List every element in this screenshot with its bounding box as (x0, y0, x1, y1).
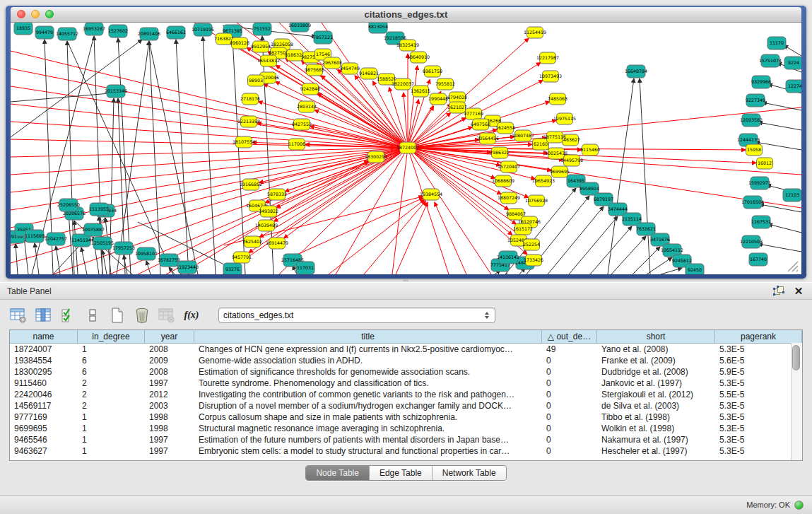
table-cell[interactable]: Changes of HCN gene expression and I(f) … (194, 344, 542, 355)
table-cell[interactable]: Disruption of a novel member of a sodium… (194, 400, 542, 411)
table-cell[interactable]: 2008 (145, 366, 194, 378)
table-cell[interactable]: 49 (542, 344, 597, 355)
column-header-in-degree[interactable]: in_degree (78, 330, 145, 343)
table-cell[interactable]: 1 (78, 411, 145, 423)
network-canvas[interactable]: 1893599447914055712169532871527602208914… (11, 23, 801, 274)
table-cell[interactable]: 1997 (145, 434, 194, 445)
column-header-title[interactable]: title (194, 330, 542, 343)
table-row[interactable]: 2242004622012Investigating the contribut… (10, 389, 802, 400)
table-row[interactable]: 946362711997Embryonic stem cells: a mode… (10, 445, 802, 457)
tab-edge-table[interactable]: Edge Table (370, 466, 433, 480)
table-cell[interactable]: Structural magnetic resonance image aver… (194, 423, 542, 434)
table-cell[interactable]: 0 (542, 423, 597, 434)
minimize-window-button[interactable] (31, 10, 40, 18)
table-row[interactable]: 969969511998Structural magnetic resonanc… (10, 423, 802, 434)
column-header-year[interactable]: year (145, 330, 194, 343)
table-cell[interactable]: 0 (542, 445, 597, 457)
table-cell[interactable]: 6 (78, 355, 145, 366)
table-cell[interactable]: 0 (542, 378, 597, 389)
table-cell[interactable]: 9777169 (10, 411, 78, 423)
tab-node-table[interactable]: Node Table (306, 466, 370, 480)
table-cell[interactable]: 5.3E-5 (715, 411, 802, 423)
table-cell[interactable]: Dudbridge et al. (2008) (597, 366, 715, 378)
table-cell[interactable]: 5.5E-5 (715, 389, 802, 400)
table-cell[interactable]: 18724007 (10, 344, 78, 355)
network-canvas-svg[interactable]: 1893599447914055712169532871527602208914… (11, 23, 801, 274)
column-header-name[interactable]: name (10, 330, 78, 343)
table-cell[interactable]: 9115460 (10, 378, 78, 389)
table-cell[interactable]: Tourette syndrome. Phenomenology and cla… (194, 378, 542, 389)
new-document-icon[interactable] (108, 307, 126, 324)
table-cell[interactable]: 1997 (145, 445, 194, 457)
table-cell[interactable]: 2009 (145, 355, 194, 366)
table-column-icon[interactable] (34, 307, 52, 324)
column-header-short[interactable]: short (597, 330, 715, 343)
table-row[interactable]: 977716911998Corpus callosum shape and si… (10, 411, 802, 423)
function-icon[interactable]: f(x) (182, 307, 201, 324)
table-cell[interactable]: Franke et al. (2009) (597, 355, 715, 366)
table-cell[interactable]: 5.3E-5 (715, 378, 802, 389)
table-scrollbar[interactable] (791, 343, 802, 460)
close-panel-icon[interactable]: ✕ (792, 286, 805, 297)
table-cell[interactable]: 1998 (145, 411, 194, 423)
memory-status-indicator-icon[interactable] (794, 501, 804, 510)
tab-network-table[interactable]: Network Table (433, 466, 506, 480)
table-cell[interactable]: 0 (542, 389, 597, 400)
table-cell[interactable]: 0 (542, 366, 597, 378)
zoom-window-button[interactable] (45, 10, 54, 18)
table-cell[interactable]: Stergiakouli et al. (2012) (597, 389, 715, 400)
table-cell[interactable]: 0 (542, 434, 597, 445)
table-row[interactable]: 1456911722003Disruption of a novel membe… (10, 400, 802, 411)
table-cell[interactable]: 1998 (145, 423, 194, 434)
table-cell[interactable]: 1 (78, 445, 145, 457)
table-cell[interactable]: 0 (542, 400, 597, 411)
table-cell[interactable]: 5.3E-5 (715, 434, 802, 445)
table-cell[interactable]: 2 (78, 378, 145, 389)
table-cell[interactable]: 0 (542, 411, 597, 423)
table-cell[interactable]: Nakamura et al. (1997) (597, 434, 715, 445)
table-cell[interactable]: Embryonic stem cells: a model to study s… (194, 445, 542, 457)
table-cell[interactable]: 5.9E-5 (715, 366, 802, 378)
delete-icon[interactable] (133, 307, 151, 324)
close-window-button[interactable] (17, 10, 25, 18)
table-cell[interactable]: 18300295 (10, 366, 78, 378)
table-cell[interactable]: 2003 (145, 400, 194, 411)
table-cell[interactable]: Corpus callosum shape and size in male p… (194, 411, 542, 423)
table-row[interactable]: 1830029562008Estimation of significance … (10, 366, 802, 378)
table-cell[interactable]: 6 (78, 366, 145, 378)
table-cell[interactable]: Estimation of significance thresholds fo… (194, 366, 542, 378)
table-cell[interactable]: 5.3E-5 (715, 423, 802, 434)
table-cell[interactable]: 2 (78, 400, 145, 411)
table-cell[interactable]: Jankovic et al. (1997) (597, 378, 715, 389)
table-cell[interactable]: Hescheler et al. (1997) (597, 445, 715, 457)
column-header-out-degree[interactable]: △ out_de… (542, 330, 597, 343)
table-cell[interactable]: 0 (542, 355, 597, 366)
table-cell[interactable]: 5.3E-5 (715, 445, 802, 457)
table-cell[interactable]: 5.6E-5 (715, 355, 802, 366)
table-row[interactable]: 911546021997Tourette syndrome. Phenomeno… (10, 378, 802, 389)
table-cell[interactable]: Investigating the contribution of common… (194, 389, 542, 400)
table-cell[interactable]: 1 (78, 423, 145, 434)
table-cell[interactable]: 2008 (145, 344, 194, 355)
table-cell[interactable]: 14569117 (10, 400, 78, 411)
table-cell[interactable]: 9465546 (10, 434, 78, 445)
table-cell[interactable]: 22420046 (10, 389, 78, 400)
column-header-pagerank[interactable]: pagerank (715, 330, 802, 343)
rows-icon[interactable] (83, 307, 102, 324)
resize-grip-icon[interactable] (788, 262, 798, 271)
float-panel-icon[interactable] (772, 286, 785, 297)
table-cell[interactable]: 5.3E-5 (715, 344, 802, 355)
table-cell[interactable]: de Silva et al. (2003) (597, 400, 715, 411)
table-source-select[interactable]: citations_edges.txt (218, 308, 495, 323)
table-row[interactable]: 946554611997Estimation of the future num… (10, 434, 802, 445)
table-settings-icon[interactable] (9, 307, 28, 324)
table-scrollbar-thumb[interactable] (792, 345, 800, 370)
table-cell[interactable]: 9463627 (10, 445, 78, 457)
table-cell[interactable]: 19384554 (10, 355, 78, 366)
table-cell[interactable]: Wolkin et al. (1998) (597, 423, 715, 434)
table-cell[interactable]: 2012 (145, 389, 194, 400)
table-cell[interactable]: Estimation of the future numbers of pati… (194, 434, 542, 445)
table-cell[interactable]: 1997 (145, 378, 194, 389)
table-cell[interactable]: 1 (78, 344, 145, 355)
table-cell[interactable]: 1 (78, 434, 145, 445)
